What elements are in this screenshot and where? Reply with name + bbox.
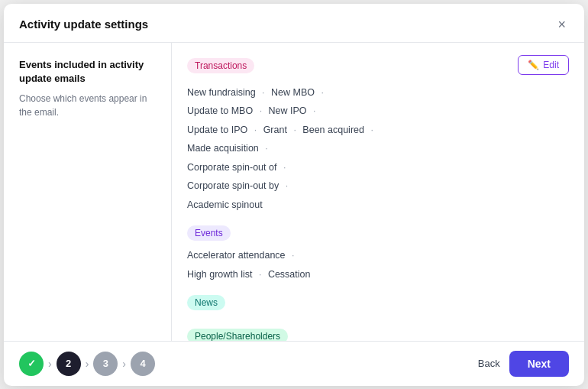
footer-actions: Back Next [478, 351, 569, 377]
step-1: ✓ [19, 352, 44, 376]
step-4: 4 [131, 352, 155, 376]
people-shareholders-section: People/Shareholders Employee count · Per… [187, 326, 569, 341]
right-panel: Transactions ✏️ Edit New fundraising · N… [172, 43, 584, 341]
news-badge: News [187, 295, 225, 310]
transactions-line-1: New fundraising · New MBO · [187, 84, 569, 102]
left-panel: Events included in activity update email… [4, 43, 172, 341]
modal-body: Events included in activity update email… [4, 43, 584, 341]
transactions-section: Transactions ✏️ Edit New fundraising · N… [187, 55, 569, 214]
modal-footer: ✓ › 2 › 3 › 4 Back Next [4, 341, 584, 386]
left-panel-title: Events included in activity update email… [19, 58, 156, 86]
step-2: 2 [57, 352, 81, 376]
transactions-line-3: Update to IPO · Grant · Been acquired · [187, 122, 569, 139]
left-panel-description: Choose which events appear in the email. [19, 92, 156, 119]
transactions-line-6: Corporate spin-out by · [187, 177, 569, 195]
events-section: Events Accelerator attendance · High gro… [187, 222, 569, 283]
transactions-badge: Transactions [187, 58, 254, 73]
edit-label: Edit [543, 60, 559, 70]
modal-header: Activity update settings × [4, 4, 584, 43]
transactions-line-5: Corporate spin-out of · [187, 159, 569, 177]
close-button[interactable]: × [554, 16, 569, 33]
edit-button[interactable]: ✏️ Edit [518, 55, 569, 75]
transactions-line-4: Made acquisition · [187, 140, 569, 157]
events-line-2: High growth list · Cessation [187, 266, 569, 284]
pencil-icon: ✏️ [528, 60, 539, 70]
transactions-header-row: Transactions ✏️ Edit [187, 55, 569, 79]
events-line-1: Accelerator attendance · [187, 247, 569, 264]
people-shareholders-badge: People/Shareholders [187, 329, 288, 341]
next-button[interactable]: Next [509, 351, 569, 377]
news-section: News [187, 292, 569, 316]
step-arrow-1: › [48, 358, 52, 370]
transactions-line-2: Update to MBO · New IPO · [187, 102, 569, 120]
step-3: 3 [93, 352, 118, 376]
events-badge: Events [187, 225, 231, 241]
modal: Activity update settings × Events includ… [4, 4, 584, 386]
steps-indicator: ✓ › 2 › 3 › 4 [19, 352, 155, 376]
modal-title: Activity update settings [19, 18, 148, 31]
step-arrow-3: › [122, 358, 126, 370]
step-arrow-2: › [86, 358, 89, 370]
transactions-line-7: Academic spinout [187, 196, 569, 214]
back-button[interactable]: Back [478, 358, 500, 369]
